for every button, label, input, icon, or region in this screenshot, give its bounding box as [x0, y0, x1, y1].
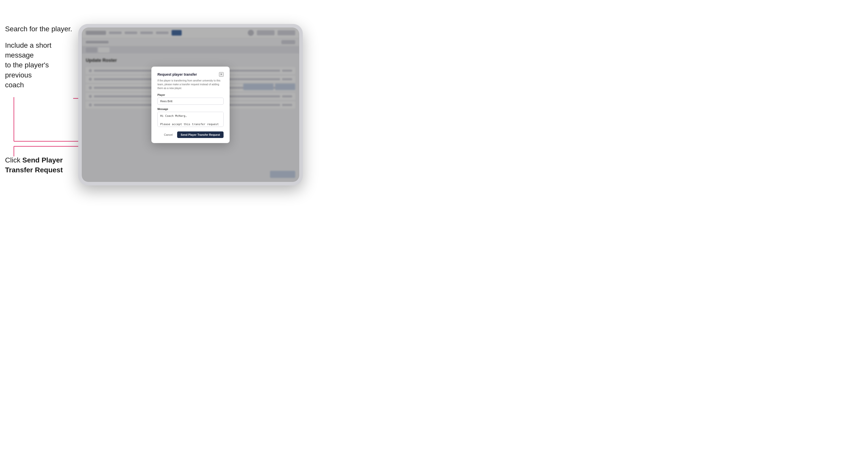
player-field-label: Player — [157, 94, 223, 96]
player-search-input[interactable] — [157, 98, 223, 105]
modal-overlay: Request player transfer × If the player … — [82, 28, 299, 182]
send-transfer-request-button[interactable]: Send Player Transfer Request — [177, 131, 223, 138]
message-textarea[interactable]: Hi Coach McHarg, Please accept this tran… — [157, 112, 223, 127]
message-field-label: Message — [157, 108, 223, 111]
modal-footer: Cancel Send Player Transfer Request — [157, 131, 223, 138]
annotation-click: Click Send PlayerTransfer Request — [5, 155, 71, 175]
modal-description: If the player is transferring from anoth… — [157, 79, 223, 90]
modal-header: Request player transfer × — [157, 72, 223, 77]
tablet-device: Update Roster — [78, 24, 303, 185]
annotation-search: Search for the player. — [5, 24, 72, 34]
modal-title: Request player transfer — [157, 72, 197, 76]
modal-close-button[interactable]: × — [219, 72, 223, 77]
request-transfer-modal: Request player transfer × If the player … — [151, 67, 229, 143]
cancel-button[interactable]: Cancel — [161, 132, 175, 138]
annotation-message: Include a short messageto the player's p… — [5, 40, 71, 90]
tablet-screen: Update Roster — [82, 28, 299, 182]
